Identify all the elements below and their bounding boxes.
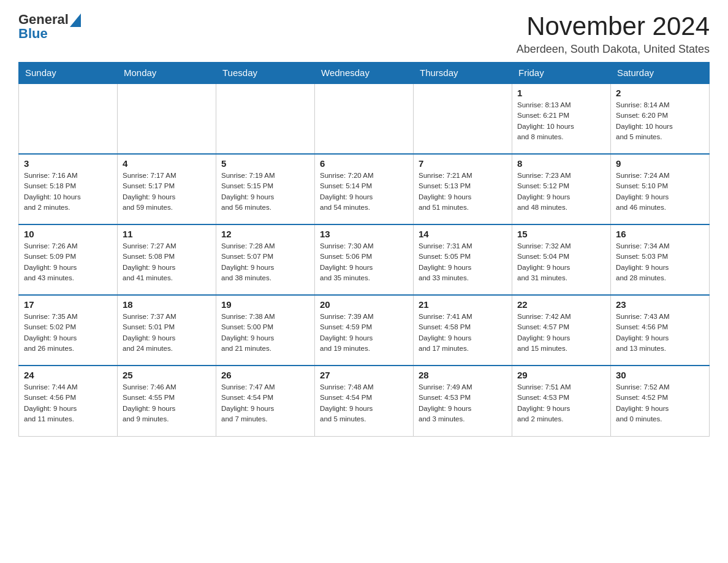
day-number: 24: [24, 370, 112, 380]
day-info: Sunrise: 8:14 AM Sunset: 6:20 PM Dayligh…: [616, 100, 704, 142]
calendar-cell: 26Sunrise: 7:47 AM Sunset: 4:54 PM Dayli…: [216, 366, 315, 436]
day-info: Sunrise: 7:39 AM Sunset: 4:59 PM Dayligh…: [320, 312, 408, 354]
day-number: 2: [616, 88, 704, 98]
col-header-friday: Friday: [512, 63, 611, 84]
calendar-cell: [414, 83, 512, 154]
day-number: 27: [320, 370, 408, 380]
calendar-cell: 21Sunrise: 7:41 AM Sunset: 4:58 PM Dayli…: [414, 295, 512, 366]
day-info: Sunrise: 7:16 AM Sunset: 5:18 PM Dayligh…: [24, 170, 112, 213]
day-number: 23: [616, 299, 704, 310]
day-info: Sunrise: 7:44 AM Sunset: 4:56 PM Dayligh…: [24, 382, 112, 424]
page-header: General Blue November 2024 Aberdeen, Sou…: [18, 12, 710, 56]
day-info: Sunrise: 7:47 AM Sunset: 4:54 PM Dayligh…: [221, 382, 309, 424]
day-number: 8: [517, 158, 605, 169]
day-info: Sunrise: 7:26 AM Sunset: 5:09 PM Dayligh…: [24, 241, 112, 283]
week-row-5: 24Sunrise: 7:44 AM Sunset: 4:56 PM Dayli…: [19, 366, 710, 436]
day-info: Sunrise: 7:46 AM Sunset: 4:55 PM Dayligh…: [123, 382, 211, 424]
calendar-cell: 20Sunrise: 7:39 AM Sunset: 4:59 PM Dayli…: [315, 295, 414, 366]
calendar-cell: 9Sunrise: 7:24 AM Sunset: 5:10 PM Daylig…: [611, 154, 710, 224]
day-info: Sunrise: 7:49 AM Sunset: 4:53 PM Dayligh…: [419, 382, 507, 424]
calendar-cell: 17Sunrise: 7:35 AM Sunset: 5:02 PM Dayli…: [19, 295, 118, 366]
day-info: Sunrise: 7:27 AM Sunset: 5:08 PM Dayligh…: [123, 241, 211, 283]
day-info: Sunrise: 7:42 AM Sunset: 4:57 PM Dayligh…: [517, 312, 605, 354]
day-number: 3: [24, 158, 112, 169]
day-number: 13: [320, 229, 408, 239]
day-number: 20: [320, 299, 408, 310]
day-number: 1: [517, 88, 605, 98]
calendar-cell: [216, 83, 315, 154]
day-info: Sunrise: 7:43 AM Sunset: 4:56 PM Dayligh…: [616, 312, 704, 354]
calendar-cell: 4Sunrise: 7:17 AM Sunset: 5:17 PM Daylig…: [118, 154, 216, 224]
col-header-wednesday: Wednesday: [315, 63, 414, 84]
day-info: Sunrise: 7:51 AM Sunset: 4:53 PM Dayligh…: [517, 382, 605, 424]
calendar-cell: 28Sunrise: 7:49 AM Sunset: 4:53 PM Dayli…: [414, 366, 512, 436]
day-number: 30: [616, 370, 704, 380]
week-row-4: 17Sunrise: 7:35 AM Sunset: 5:02 PM Dayli…: [19, 295, 710, 366]
calendar-cell: 15Sunrise: 7:32 AM Sunset: 5:04 PM Dayli…: [512, 224, 611, 295]
col-header-saturday: Saturday: [611, 63, 710, 84]
location-subtitle: Aberdeen, South Dakota, United States: [517, 43, 710, 56]
day-number: 9: [616, 158, 704, 169]
day-info: Sunrise: 7:34 AM Sunset: 5:03 PM Dayligh…: [616, 241, 704, 283]
day-number: 25: [123, 370, 211, 380]
logo: General Blue: [18, 12, 81, 40]
calendar-cell: 3Sunrise: 7:16 AM Sunset: 5:18 PM Daylig…: [19, 154, 118, 224]
day-info: Sunrise: 7:32 AM Sunset: 5:04 PM Dayligh…: [517, 241, 605, 283]
calendar-cell: 7Sunrise: 7:21 AM Sunset: 5:13 PM Daylig…: [414, 154, 512, 224]
day-number: 26: [221, 370, 309, 380]
week-row-2: 3Sunrise: 7:16 AM Sunset: 5:18 PM Daylig…: [19, 154, 710, 224]
day-number: 17: [24, 299, 112, 310]
day-info: Sunrise: 7:24 AM Sunset: 5:10 PM Dayligh…: [616, 170, 704, 213]
calendar-cell: 27Sunrise: 7:48 AM Sunset: 4:54 PM Dayli…: [315, 366, 414, 436]
calendar-cell: 1Sunrise: 8:13 AM Sunset: 6:21 PM Daylig…: [512, 83, 611, 154]
day-info: Sunrise: 7:38 AM Sunset: 5:00 PM Dayligh…: [221, 312, 309, 354]
svg-marker-0: [70, 13, 81, 27]
day-number: 6: [320, 158, 408, 169]
day-info: Sunrise: 7:37 AM Sunset: 5:01 PM Dayligh…: [123, 312, 211, 354]
day-number: 18: [123, 299, 211, 310]
calendar-cell: 5Sunrise: 7:19 AM Sunset: 5:15 PM Daylig…: [216, 154, 315, 224]
calendar-cell: 2Sunrise: 8:14 AM Sunset: 6:20 PM Daylig…: [611, 83, 710, 154]
calendar-cell: 30Sunrise: 7:52 AM Sunset: 4:52 PM Dayli…: [611, 366, 710, 436]
calendar-header: SundayMondayTuesdayWednesdayThursdayFrid…: [19, 63, 710, 84]
day-number: 4: [123, 158, 211, 169]
calendar-cell: 6Sunrise: 7:20 AM Sunset: 5:14 PM Daylig…: [315, 154, 414, 224]
calendar-cell: 10Sunrise: 7:26 AM Sunset: 5:09 PM Dayli…: [19, 224, 118, 295]
day-info: Sunrise: 7:52 AM Sunset: 4:52 PM Dayligh…: [616, 382, 704, 424]
day-info: Sunrise: 7:30 AM Sunset: 5:06 PM Dayligh…: [320, 241, 408, 283]
day-number: 10: [24, 229, 112, 239]
week-row-1: 1Sunrise: 8:13 AM Sunset: 6:21 PM Daylig…: [19, 83, 710, 154]
day-info: Sunrise: 7:31 AM Sunset: 5:05 PM Dayligh…: [419, 241, 507, 283]
calendar-cell: 16Sunrise: 7:34 AM Sunset: 5:03 PM Dayli…: [611, 224, 710, 295]
day-info: Sunrise: 7:28 AM Sunset: 5:07 PM Dayligh…: [221, 241, 309, 283]
day-number: 5: [221, 158, 309, 169]
logo-blue-text: Blue: [18, 26, 48, 41]
calendar-cell: 13Sunrise: 7:30 AM Sunset: 5:06 PM Dayli…: [315, 224, 414, 295]
day-number: 19: [221, 299, 309, 310]
calendar-cell: 24Sunrise: 7:44 AM Sunset: 4:56 PM Dayli…: [19, 366, 118, 436]
col-header-sunday: Sunday: [19, 63, 118, 84]
day-number: 16: [616, 229, 704, 239]
day-info: Sunrise: 7:41 AM Sunset: 4:58 PM Dayligh…: [419, 312, 507, 354]
day-number: 11: [123, 229, 211, 239]
day-info: Sunrise: 7:21 AM Sunset: 5:13 PM Dayligh…: [419, 170, 507, 213]
day-info: Sunrise: 8:13 AM Sunset: 6:21 PM Dayligh…: [517, 100, 605, 142]
calendar-table: SundayMondayTuesdayWednesdayThursdayFrid…: [18, 62, 710, 437]
calendar-cell: 12Sunrise: 7:28 AM Sunset: 5:07 PM Dayli…: [216, 224, 315, 295]
day-number: 15: [517, 229, 605, 239]
logo-general-text: General: [18, 13, 69, 26]
calendar-body: 1Sunrise: 8:13 AM Sunset: 6:21 PM Daylig…: [19, 83, 710, 436]
month-title: November 2024: [517, 12, 710, 40]
day-number: 12: [221, 229, 309, 239]
col-header-thursday: Thursday: [414, 63, 512, 84]
calendar-cell: 22Sunrise: 7:42 AM Sunset: 4:57 PM Dayli…: [512, 295, 611, 366]
calendar-cell: 14Sunrise: 7:31 AM Sunset: 5:05 PM Dayli…: [414, 224, 512, 295]
calendar-cell: 19Sunrise: 7:38 AM Sunset: 5:00 PM Dayli…: [216, 295, 315, 366]
calendar-cell: [118, 83, 216, 154]
calendar-cell: 25Sunrise: 7:46 AM Sunset: 4:55 PM Dayli…: [118, 366, 216, 436]
day-number: 21: [419, 299, 507, 310]
calendar-cell: 11Sunrise: 7:27 AM Sunset: 5:08 PM Dayli…: [118, 224, 216, 295]
day-info: Sunrise: 7:48 AM Sunset: 4:54 PM Dayligh…: [320, 382, 408, 424]
logo-triangle-icon: [70, 13, 81, 27]
col-header-tuesday: Tuesday: [216, 63, 315, 84]
